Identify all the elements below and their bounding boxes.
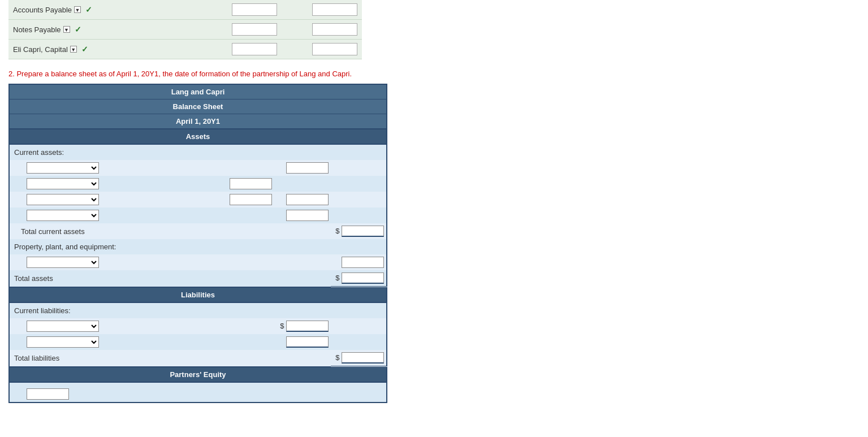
balance-sheet-title2: Balance Sheet [9, 99, 387, 114]
accounts-payable-select-container: Accounts Payable ▼ ✓ [13, 5, 92, 14]
pp-and-e-label-row: Property, plant, and equipment: [9, 239, 387, 254]
liabilities-header-row: Liabilities [9, 287, 387, 303]
question2-section: 2. Prepare a balance sheet as of April 1… [8, 70, 868, 403]
total-assets-row: Total assets $ [9, 270, 387, 287]
accounts-top-table: Accounts Payable ▼ ✓ Notes Payable ▼ ✓ [8, 0, 362, 59]
accounts-payable-dropdown-arrow[interactable]: ▼ [74, 6, 81, 13]
header-row-title1: Lang and Capri [9, 84, 387, 99]
current-liabilities-label-row: Current liabilities: [9, 302, 387, 318]
notes-payable-input1[interactable] [232, 23, 277, 36]
notes-payable-input2[interactable] [312, 23, 357, 36]
header-row-title2: Balance Sheet [9, 99, 387, 114]
current-liability-row2 [9, 334, 387, 350]
ppe-input[interactable] [342, 257, 384, 268]
accounts-payable-input2[interactable] [312, 3, 357, 16]
total-liabilities-label: Total liabilities [14, 354, 59, 362]
total-assets-label: Total assets [14, 274, 53, 283]
notes-payable-check: ✓ [75, 25, 81, 34]
total-current-assets-row: Total current assets $ [9, 223, 387, 239]
current-liability1-input[interactable] [286, 321, 329, 332]
partners-equity-header-row: Partners' Equity [9, 367, 387, 383]
eli-capri-label: Eli Capri, Capital [13, 45, 68, 54]
current-asset3-amount2[interactable] [286, 194, 329, 205]
total-liabilities-dollar: $ [335, 353, 339, 362]
balance-sheet-title1: Lang and Capri [9, 84, 387, 99]
current-liability1-select-container [27, 321, 214, 332]
total-liabilities-row: Total liabilities $ [9, 350, 387, 367]
current-asset-row4 [9, 207, 387, 223]
current-asset-row3 [9, 192, 387, 207]
total-assets-input[interactable] [342, 272, 384, 284]
eli-capri-select-container: Eli Capri, Capital ▼ ✓ [13, 45, 88, 54]
ppe-select-container [27, 257, 214, 268]
current-assets-label-row: Current assets: [9, 144, 387, 160]
notes-payable-select-container: Notes Payable ▼ ✓ [13, 25, 81, 34]
ppe-row [9, 254, 387, 270]
balance-sheet-title3: April 1, 20Y1 [9, 114, 387, 129]
question2-text: 2. Prepare a balance sheet as of April 1… [8, 70, 868, 78]
current-asset2-select-container [27, 178, 214, 189]
partners-equity-row [9, 382, 387, 403]
accounts-payable-label: Accounts Payable [13, 6, 72, 14]
current-asset1-select-container [27, 162, 214, 174]
current-liability2-select[interactable] [27, 336, 99, 348]
accounts-payable-input1[interactable] [232, 3, 277, 16]
table-row-eli-capri: Eli Capri, Capital ▼ ✓ [8, 40, 362, 59]
total-assets-dollar: $ [335, 274, 339, 282]
notes-payable-dropdown-arrow[interactable]: ▼ [63, 26, 70, 33]
total-current-assets-dollar: $ [335, 227, 339, 235]
current-asset1-select[interactable] [27, 162, 99, 174]
partners-equity-header: Partners' Equity [9, 367, 387, 383]
header-row-title3: April 1, 20Y1 [9, 114, 387, 129]
accounts-payable-check: ✓ [85, 5, 92, 14]
current-asset4-amount2[interactable] [286, 210, 329, 221]
table-row-accounts-payable: Accounts Payable ▼ ✓ [8, 0, 362, 20]
current-asset3-select[interactable] [27, 194, 99, 205]
current-asset4-select-container [27, 210, 214, 221]
eli-capri-check: ✓ [81, 45, 88, 54]
eli-capri-input2[interactable] [312, 43, 357, 55]
balance-sheet-table: Lang and Capri Balance Sheet April 1, 20… [8, 84, 387, 403]
liability1-dollar: $ [280, 322, 284, 330]
ppe-select[interactable] [27, 257, 99, 268]
eli-capri-input1[interactable] [232, 43, 277, 55]
current-liability-row1: $ [9, 318, 387, 334]
liabilities-header: Liabilities [9, 287, 387, 303]
total-current-assets-label: Total current assets [21, 227, 85, 236]
current-asset-row2 [9, 176, 387, 192]
current-liability1-select[interactable] [27, 321, 99, 332]
current-asset3-amount1[interactable] [230, 194, 272, 205]
current-asset4-select[interactable] [27, 210, 99, 221]
current-liabilities-label: Current liabilities: [14, 306, 71, 315]
current-liability2-select-container [27, 336, 214, 348]
page-container: Accounts Payable ▼ ✓ Notes Payable ▼ ✓ [0, 0, 868, 437]
total-current-assets-input[interactable] [342, 226, 384, 237]
partners-equity-input[interactable] [27, 388, 69, 400]
assets-header: Assets [9, 129, 387, 144]
notes-payable-label: Notes Payable [13, 25, 61, 34]
current-asset-row1 [9, 160, 387, 176]
current-asset2-amount1[interactable] [230, 178, 272, 189]
current-asset2-select[interactable] [27, 178, 99, 189]
current-assets-label: Current assets: [14, 148, 64, 157]
current-liability2-input[interactable] [286, 336, 329, 348]
total-liabilities-input[interactable] [342, 352, 384, 364]
assets-header-row: Assets [9, 129, 387, 144]
table-row-notes-payable: Notes Payable ▼ ✓ [8, 20, 362, 40]
current-asset3-select-container [27, 194, 214, 205]
pp-and-e-label: Property, plant, and equipment: [14, 243, 116, 251]
eli-capri-dropdown-arrow[interactable]: ▼ [70, 46, 77, 53]
current-asset1-amount2[interactable] [286, 162, 329, 174]
